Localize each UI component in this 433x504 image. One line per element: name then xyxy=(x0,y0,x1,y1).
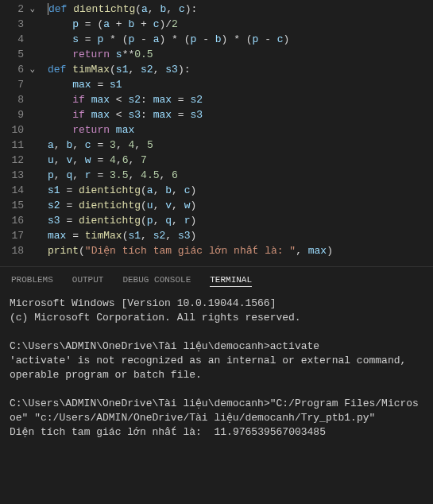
code-line[interactable]: 10 return max xyxy=(0,122,433,138)
line-number: 12 xyxy=(0,153,33,168)
line-number: 8 xyxy=(0,92,33,107)
code-content[interactable]: s3 = dientichtg(p, q, r) xyxy=(33,213,196,228)
line-number: 11 xyxy=(0,138,33,153)
line-number: 15 xyxy=(0,198,33,213)
line-number: 10 xyxy=(0,122,33,138)
code-content[interactable]: p = (a + b + c)/2 xyxy=(33,17,178,32)
code-line[interactable]: 6⌄def timMax(s1, s2, s3): xyxy=(0,62,433,77)
code-line[interactable]: 9 if max < s3: max = s3 xyxy=(0,107,433,122)
line-number: 7 xyxy=(0,77,33,92)
code-content[interactable]: return s**0.5 xyxy=(33,47,153,62)
code-line[interactable]: 2⌄def dientichtg(a, b, c): xyxy=(0,2,433,17)
code-line[interactable]: 5 return s**0.5 xyxy=(0,47,433,62)
code-content[interactable]: def dientichtg(a, b, c): xyxy=(33,2,197,17)
line-number: 2⌄ xyxy=(0,2,33,17)
code-content[interactable]: return max xyxy=(33,122,134,138)
tab-debug-console[interactable]: DEBUG CONSOLE xyxy=(122,273,191,287)
code-content[interactable]: u, v, w = 4,6, 7 xyxy=(33,153,147,168)
code-content[interactable]: if max < s2: max = s2 xyxy=(33,92,203,107)
line-number: 6⌄ xyxy=(0,62,33,77)
code-content[interactable]: max = s1 xyxy=(33,77,122,92)
tab-problems[interactable]: PROBLEMS xyxy=(11,273,53,287)
code-line[interactable]: 15s2 = dientichtg(u, v, w) xyxy=(0,198,433,213)
code-content[interactable]: print("Diện tích tam giác lớn nhất là: "… xyxy=(33,243,333,258)
line-number: 3 xyxy=(0,17,33,32)
tab-terminal[interactable]: TERMINAL xyxy=(210,273,252,287)
code-line[interactable]: 11a, b, c = 3, 4, 5 xyxy=(0,138,433,153)
code-line[interactable]: 8 if max < s2: max = s2 xyxy=(0,92,433,107)
code-editor[interactable]: 2⌄def dientichtg(a, b, c):3 p = (a + b +… xyxy=(0,0,433,258)
code-line[interactable]: 16s3 = dientichtg(p, q, r) xyxy=(0,213,433,228)
code-line[interactable]: 14s1 = dientichtg(a, b, c) xyxy=(0,183,433,198)
code-content[interactable]: s1 = dientichtg(a, b, c) xyxy=(33,183,196,198)
code-content[interactable]: if max < s3: max = s3 xyxy=(33,107,203,122)
line-number: 16 xyxy=(0,213,33,228)
chevron-down-icon[interactable]: ⌄ xyxy=(29,62,35,77)
panel-tabs: PROBLEMS OUTPUT DEBUG CONSOLE TERMINAL xyxy=(0,267,433,292)
code-line[interactable]: 4 s = p * (p - a) * (p - b) * (p - c) xyxy=(0,32,433,47)
code-line[interactable]: 7 max = s1 xyxy=(0,77,433,92)
code-line[interactable]: 3 p = (a + b + c)/2 xyxy=(0,17,433,32)
code-content[interactable]: s = p * (p - a) * (p - b) * (p - c) xyxy=(33,32,289,47)
line-number: 14 xyxy=(0,183,33,198)
line-number: 18 xyxy=(0,243,33,258)
code-content[interactable]: def timMax(s1, s2, s3): xyxy=(33,62,191,77)
code-content[interactable]: p, q, r = 3.5, 4.5, 6 xyxy=(33,168,178,183)
code-content[interactable]: s2 = dientichtg(u, v, w) xyxy=(33,198,196,213)
code-line[interactable]: 17max = timMax(s1, s2, s3) xyxy=(0,228,433,243)
code-content[interactable]: max = timMax(s1, s2, s3) xyxy=(33,228,196,243)
line-number: 9 xyxy=(0,107,33,122)
code-line[interactable]: 18print("Diện tích tam giác lớn nhất là:… xyxy=(0,243,433,258)
line-number: 13 xyxy=(0,168,33,183)
code-line[interactable]: 13p, q, r = 3.5, 4.5, 6 xyxy=(0,168,433,183)
line-number: 4 xyxy=(0,32,33,47)
code-line[interactable]: 12u, v, w = 4,6, 7 xyxy=(0,153,433,168)
line-number: 5 xyxy=(0,47,33,62)
line-number: 17 xyxy=(0,228,33,243)
terminal-output[interactable]: Microsoft Windows [Version 10.0.19044.15… xyxy=(0,292,433,444)
code-content[interactable]: a, b, c = 3, 4, 5 xyxy=(33,138,153,153)
bottom-panel: PROBLEMS OUTPUT DEBUG CONSOLE TERMINAL M… xyxy=(0,266,433,444)
tab-output[interactable]: OUTPUT xyxy=(72,273,104,287)
chevron-down-icon[interactable]: ⌄ xyxy=(29,2,35,17)
